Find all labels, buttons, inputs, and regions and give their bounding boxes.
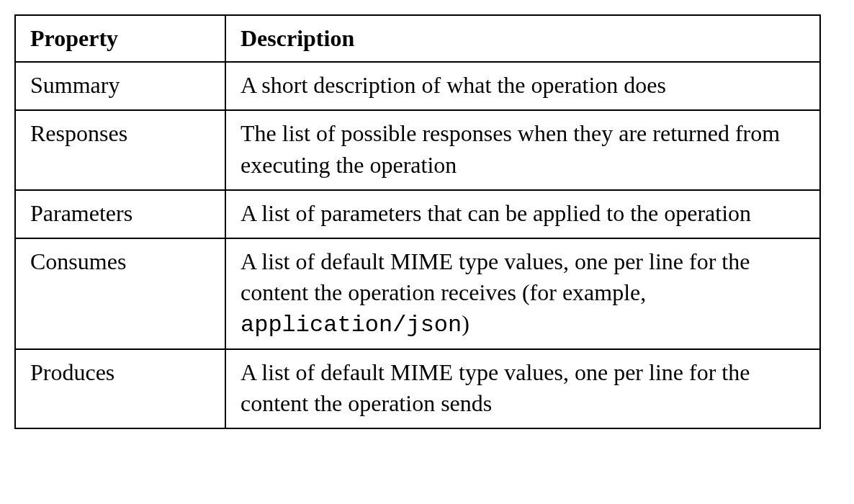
table-header-row: Property Description bbox=[15, 15, 820, 62]
cell-description: The list of possible responses when they… bbox=[225, 110, 820, 189]
description-code: application/json bbox=[241, 312, 462, 338]
table-row: Consumes A list of default MIME type val… bbox=[15, 238, 820, 349]
cell-description: A short description of what the operatio… bbox=[225, 62, 820, 110]
table-row: Parameters A list of parameters that can… bbox=[15, 190, 820, 238]
description-text: A list of parameters that can be applied… bbox=[241, 200, 751, 226]
cell-description: A list of parameters that can be applied… bbox=[225, 190, 820, 238]
cell-description: A list of default MIME type values, one … bbox=[225, 238, 820, 349]
description-text-post: ) bbox=[462, 310, 469, 336]
description-text: A list of default MIME type values, one … bbox=[241, 359, 750, 416]
cell-property: Parameters bbox=[15, 190, 225, 238]
table-row: Produces A list of default MIME type val… bbox=[15, 349, 820, 428]
description-text: A short description of what the operatio… bbox=[241, 72, 666, 98]
cell-property: Produces bbox=[15, 349, 225, 428]
table-row: Summary A short description of what the … bbox=[15, 62, 820, 110]
description-text: The list of possible responses when they… bbox=[241, 120, 780, 177]
table-row: Responses The list of possible responses… bbox=[15, 110, 820, 189]
description-text: A list of default MIME type values, one … bbox=[241, 248, 750, 305]
cell-property: Responses bbox=[15, 110, 225, 189]
header-property: Property bbox=[15, 15, 225, 62]
header-description: Description bbox=[225, 15, 820, 62]
cell-property: Summary bbox=[15, 62, 225, 110]
cell-description: A list of default MIME type values, one … bbox=[225, 349, 820, 428]
cell-property: Consumes bbox=[15, 238, 225, 349]
property-description-table: Property Description Summary A short des… bbox=[14, 14, 821, 429]
